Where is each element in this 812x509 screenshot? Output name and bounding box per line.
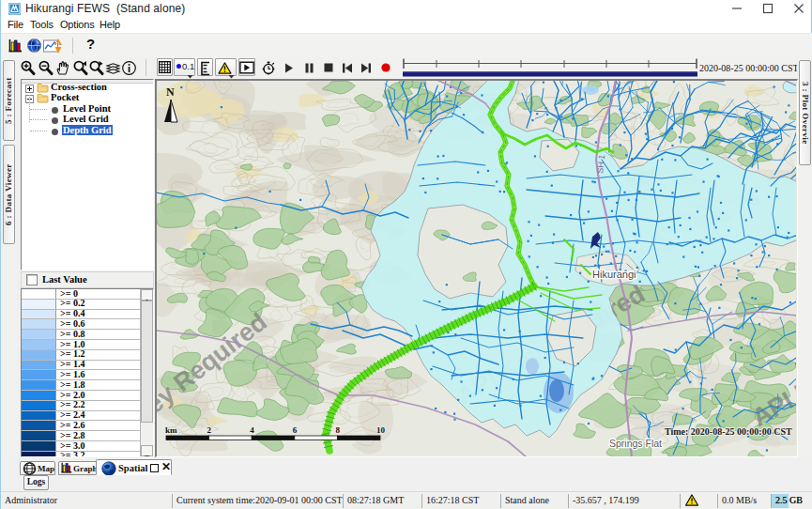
svg-text:2: 2 xyxy=(207,425,212,435)
svg-text:Springs Flat: Springs Flat xyxy=(609,438,662,449)
svg-text:N: N xyxy=(166,85,175,99)
svg-text:10: 10 xyxy=(376,425,386,435)
svg-text:Hikurangi: Hikurangi xyxy=(592,269,636,280)
svg-text:Time: 2020-08-25 00:00:00 CST: Time: 2020-08-25 00:00:00 CST xyxy=(665,426,792,437)
svg-text:6: 6 xyxy=(293,425,298,435)
svg-text:km: km xyxy=(165,425,177,435)
svg-text:4: 4 xyxy=(250,425,254,435)
svg-text:8: 8 xyxy=(335,425,340,435)
